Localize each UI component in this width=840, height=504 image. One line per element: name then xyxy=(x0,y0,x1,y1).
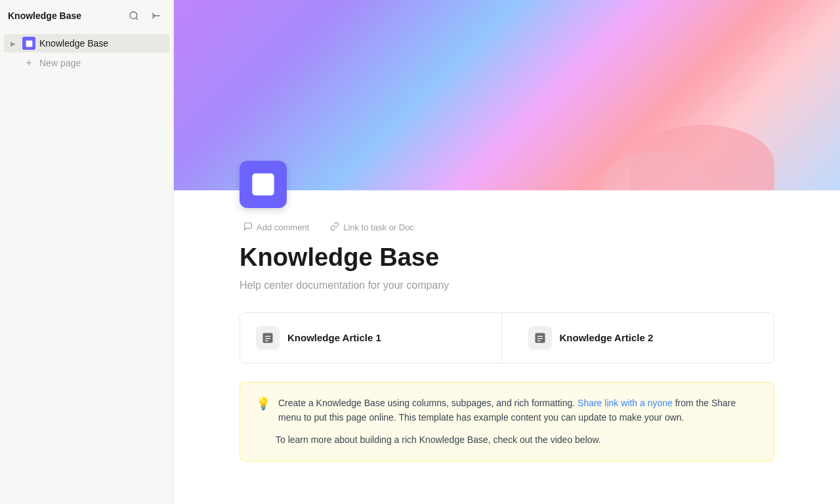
info-text-1: Create a Knowledge Base using columns, s… xyxy=(278,396,758,425)
nav-arrow-icon: ▶ xyxy=(8,38,18,49)
document-lines-icon xyxy=(25,39,33,48)
add-comment-button[interactable]: Add comment xyxy=(240,220,313,235)
page-document-icon xyxy=(250,171,276,198)
svg-rect-3 xyxy=(26,40,32,47)
bulb-icon: 💡 xyxy=(256,396,270,425)
sidebar-title: Knowledge Base xyxy=(8,10,81,21)
svg-rect-15 xyxy=(535,333,545,343)
comment-icon xyxy=(243,222,253,233)
card-icon-1 xyxy=(256,326,280,350)
card-knowledge-article-1[interactable]: Knowledge Article 1 xyxy=(240,313,502,363)
new-page-label: New page xyxy=(39,58,81,68)
sidebar-nav: ▶ Knowledge Base + New page xyxy=(0,32,173,75)
plus-icon: + xyxy=(22,56,35,70)
search-icon xyxy=(129,10,139,21)
sidebar-header-icons xyxy=(125,7,165,25)
new-page-item[interactable]: + New page xyxy=(4,54,169,72)
link-icon xyxy=(330,222,339,233)
svg-point-0 xyxy=(130,12,137,19)
article-icon-2 xyxy=(534,331,547,345)
sidebar: Knowledge Base ▶ xyxy=(0,0,174,504)
add-comment-label: Add comment xyxy=(257,222,309,232)
card-label-2: Knowledge Article 2 xyxy=(560,332,654,343)
share-link[interactable]: Share link with a nyone xyxy=(578,398,673,408)
article-icon xyxy=(261,331,274,345)
card-label-1: Knowledge Article 1 xyxy=(287,332,381,343)
page-subtitle: Help center documentation for your compa… xyxy=(240,280,774,291)
knowledge-base-page-icon xyxy=(22,37,35,50)
sidebar-item-label: Knowledge Base xyxy=(39,38,108,49)
page-body: Add comment Link to task or Doc Knowledg… xyxy=(174,220,840,488)
page-title: Knowledge Base xyxy=(240,243,774,273)
card-knowledge-article-2[interactable]: Knowledge Article 2 xyxy=(513,313,774,363)
main-content: Add comment Link to task or Doc Knowledg… xyxy=(174,0,840,504)
page-icon[interactable] xyxy=(240,161,287,208)
sidebar-item-knowledge-base[interactable]: ▶ Knowledge Base xyxy=(4,34,169,52)
collapse-sidebar-button[interactable] xyxy=(147,7,165,25)
page-icon-wrapper xyxy=(174,161,840,208)
info-second-line: To learn more about building a rich Know… xyxy=(276,432,758,447)
card-icon-2 xyxy=(528,326,552,350)
svg-rect-11 xyxy=(263,333,273,343)
link-to-task-button[interactable]: Link to task or Doc xyxy=(326,220,418,235)
svg-line-1 xyxy=(136,18,138,20)
search-button[interactable] xyxy=(125,7,143,25)
page-actions: Add comment Link to task or Doc xyxy=(240,220,774,235)
link-to-task-label: Link to task or Doc xyxy=(343,222,414,232)
collapse-icon xyxy=(151,10,161,21)
info-intro: Create a Knowledge Base using columns, s… xyxy=(278,398,575,408)
info-row-1: 💡 Create a Knowledge Base using columns,… xyxy=(256,396,758,425)
cards-grid: Knowledge Article 1 Knowledge Article 2 xyxy=(240,312,774,364)
sidebar-header: Knowledge Base xyxy=(0,0,173,32)
info-box: 💡 Create a Knowledge Base using columns,… xyxy=(240,382,774,461)
